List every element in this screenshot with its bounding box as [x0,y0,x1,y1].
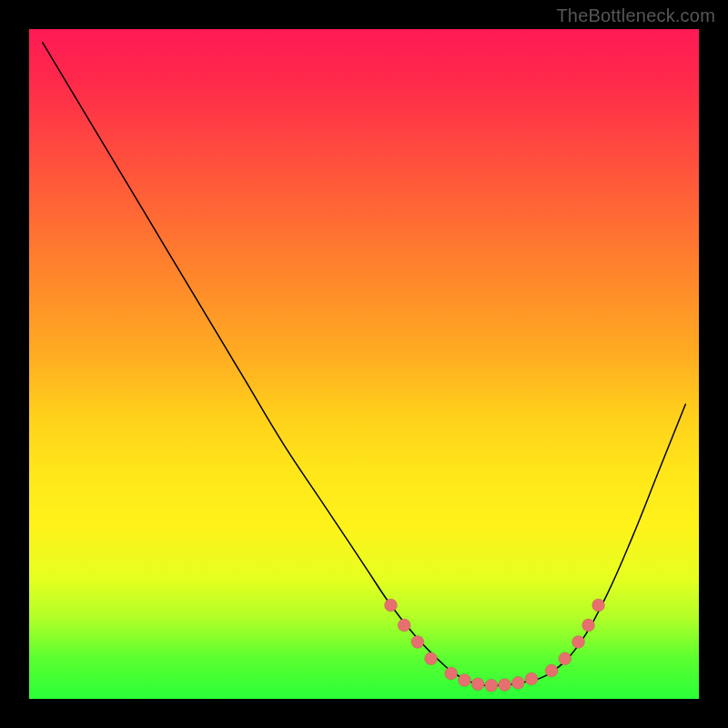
data-marker [499,679,511,692]
data-marker [384,599,397,612]
data-marker [582,619,595,632]
chart-svg [29,29,699,699]
chart-stage: TheBottleneck.com [0,0,728,728]
data-marker [511,676,524,689]
data-marker [458,673,470,686]
bottleneck-curve-line [43,43,686,686]
data-marker [592,599,605,612]
data-marker [545,664,558,677]
data-marker [398,619,410,632]
data-marker [471,678,484,691]
marker-group [384,599,604,692]
watermark-text: TheBottleneck.com [556,5,715,26]
data-marker [445,667,458,680]
data-marker [572,635,585,648]
data-marker [485,679,498,692]
plot-area [29,29,699,699]
data-marker [411,635,424,648]
data-marker [559,652,571,665]
data-marker [425,652,438,665]
data-marker [525,672,538,685]
